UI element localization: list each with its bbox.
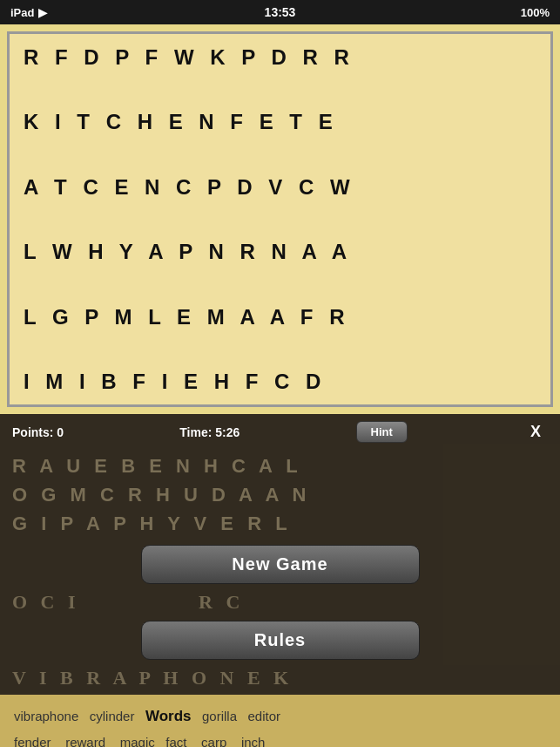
new-game-button[interactable]: New Game xyxy=(141,545,420,584)
overlay-row-5: V I B R A P H O N E K xyxy=(0,667,560,695)
status-bar: iPad ▶ 13:53 100% xyxy=(0,0,560,24)
stats-bar: Points: 0 Time: 5:26 Hint X xyxy=(0,414,560,450)
grid-row-1: R F D P F W K P D R R xyxy=(24,41,536,73)
rules-button[interactable]: Rules xyxy=(141,621,420,660)
time-display: 13:53 xyxy=(265,5,296,19)
grid-row-3: A T C E N C P D V C W xyxy=(24,171,536,203)
words-label: Words xyxy=(145,708,192,724)
grid-overlay: R A U E B E N H C A L O G M C R H U D A … xyxy=(0,450,560,538)
words-section: vibraphone cylinder Words gorilla editor… xyxy=(0,695,560,747)
overlay-row-3: G I P A P H Y V E R L xyxy=(12,513,292,534)
time-display-game: Time: 5:26 xyxy=(179,425,240,439)
grid-row-2: K I T C H E N F E T E xyxy=(24,105,536,138)
close-button[interactable]: X xyxy=(523,421,548,443)
grid-area: R F D P F W K P D R R K I T C H E N F E … xyxy=(0,24,560,414)
points-display: Points: 0 xyxy=(12,425,64,439)
overlay-panel: Points: 0 Time: 5:26 Hint X R A U E B E … xyxy=(0,414,560,695)
overlay-row-2: O G M C R H U D A A N xyxy=(12,484,311,506)
battery-display: 100% xyxy=(521,6,550,19)
overlay-row-partial: O C I R C xyxy=(0,591,560,614)
word-grid-top[interactable]: R F D P F W K P D R R K I T C H E N F E … xyxy=(7,31,553,407)
hint-button[interactable]: Hint xyxy=(356,421,408,443)
overlay-row-1: R A U E B E N H C A L xyxy=(12,455,302,477)
grid-row-6: I M I B F I E H F C D xyxy=(24,365,536,397)
grid-row-4: L W H Y A P N R N A A xyxy=(24,235,536,268)
words-list: vibraphone cylinder Words gorilla editor… xyxy=(14,703,546,747)
device-label: iPad xyxy=(10,6,34,19)
signal-icon: ▶ xyxy=(38,6,47,19)
grid-row-5: L G P M L E M A A F R xyxy=(24,301,536,333)
